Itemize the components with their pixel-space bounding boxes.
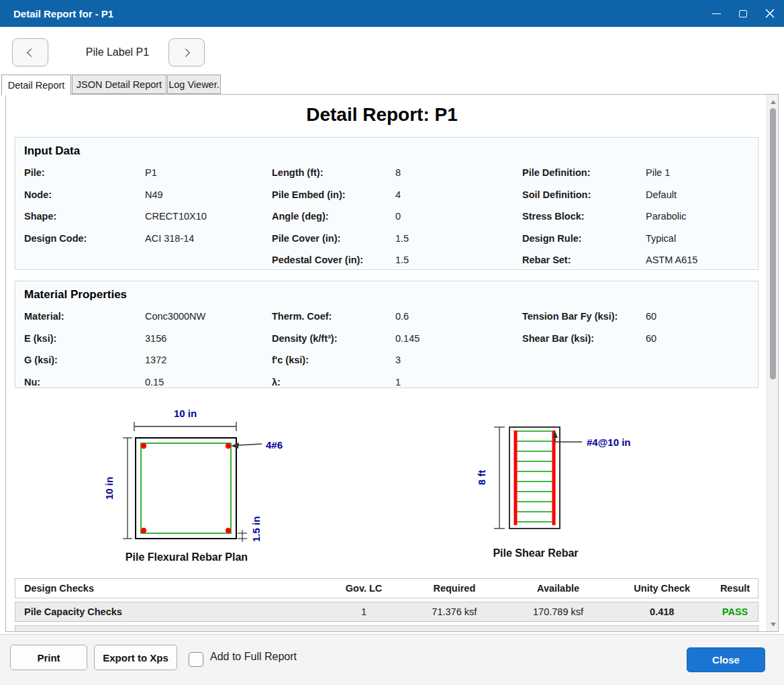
field-label: Shape: <box>24 205 145 228</box>
field-value: 8 <box>395 162 522 184</box>
field-label: Tension Bar Fy (ksi): <box>522 306 646 328</box>
rebar-callout-arrow <box>238 444 262 445</box>
tab-json-detail-report[interactable]: JSON Detail Report <box>72 75 166 94</box>
field-value: P1 <box>145 162 272 184</box>
field-value <box>646 349 758 371</box>
field-value: ACI 318-14 <box>145 228 272 250</box>
pile-label: Pile Label P1 <box>74 38 161 66</box>
arrow-down-icon <box>771 623 776 627</box>
result-badge: PASS <box>712 606 758 617</box>
table-row: Pile Capacity Checks 1 71.376 ksf 170.78… <box>15 602 758 622</box>
export-to-xps-button[interactable]: Export to Xps <box>94 645 177 670</box>
check-required: 71.376 ksf <box>404 606 505 617</box>
field-value: 60 <box>646 328 758 350</box>
header-design-checks: Design Checks <box>15 583 324 594</box>
field-label: Soil Definition: <box>522 184 646 206</box>
check-unity: 0.418 <box>611 606 712 617</box>
scroll-down-button[interactable] <box>767 619 779 630</box>
rebar-dot <box>141 443 146 449</box>
arrow-up-icon <box>771 100 776 104</box>
chevron-right-icon <box>181 48 190 57</box>
report-heading: Detail Report: P1 <box>6 104 758 126</box>
input-data-section: Input Data Pile:P1 Length (ft):8 Pile De… <box>15 137 758 270</box>
header-result: Result <box>712 583 758 594</box>
field-value: 1 <box>395 371 522 394</box>
field-value: 1372 <box>145 349 272 371</box>
close-window-button[interactable] <box>764 7 776 19</box>
check-gov-lc: 1 <box>324 606 404 617</box>
input-data-row: Pile:P1 Length (ft):8 Pile Definition:Pi… <box>24 162 758 184</box>
input-data-row: Shape:CRECT10X10 Angle (deg):0 Stress Bl… <box>24 205 758 228</box>
field-label: Density (k/ft³): <box>272 328 395 350</box>
field-label: Pedestal Cover (in): <box>272 249 395 271</box>
field-value: 0 <box>395 205 522 228</box>
field-value: 0.15 <box>145 371 272 394</box>
field-value: 4 <box>395 184 522 206</box>
maximize-button[interactable] <box>737 7 749 19</box>
field-label: λ: <box>272 371 395 394</box>
tab-detail-report[interactable]: Detail Report <box>1 75 71 95</box>
maximize-icon <box>739 10 747 17</box>
close-icon <box>765 9 775 18</box>
field-label <box>522 349 646 371</box>
close-button[interactable]: Close <box>687 647 765 672</box>
field-label: Length (ft): <box>272 162 395 184</box>
pile-section-outline <box>136 438 236 539</box>
prev-pile-button[interactable] <box>12 38 48 66</box>
report-viewport: Detail Report: P1 Input Data Pile:P1 Len… <box>5 94 779 632</box>
field-value: 3 <box>395 349 522 371</box>
field-value <box>145 249 272 271</box>
field-value: Default <box>646 184 758 206</box>
field-label: Pile Definition: <box>522 162 646 184</box>
header-available: Available <box>505 583 612 594</box>
field-label: Material: <box>24 306 145 328</box>
title-bar: Detail Report for - P1 <box>0 0 784 27</box>
chevron-left-icon <box>27 48 36 57</box>
height-dimension-label: 10 in <box>103 477 115 500</box>
window-title: Detail Report for - P1 <box>13 8 113 19</box>
field-value: 0.145 <box>395 328 522 350</box>
vertical-scrollbar[interactable] <box>767 95 778 631</box>
header-unity-check: Unity Check <box>611 583 712 594</box>
field-label: Therm. Coef: <box>272 306 395 328</box>
input-data-row: Node:N49 Pile Embed (in):4 Soil Definiti… <box>24 184 758 206</box>
field-label: f'c (ksi): <box>272 349 395 371</box>
input-data-title: Input Data <box>24 144 758 158</box>
diagram-caption: Pile Shear Rebar <box>493 547 578 559</box>
field-value: Parabolic <box>646 205 758 228</box>
diagram-caption: Pile Flexural Rebar Plan <box>126 551 248 563</box>
rebar-dot <box>141 528 146 533</box>
field-value: 1.5 <box>395 228 522 250</box>
field-value: Typical <box>646 228 758 250</box>
minimize-button[interactable] <box>710 7 722 19</box>
field-value <box>646 371 758 394</box>
cover-dimension-label: 1.5 in <box>250 516 262 542</box>
stirrup-callout-label: #4@10 in <box>587 437 631 448</box>
print-button[interactable]: Print <box>10 645 87 670</box>
field-value: ASTM A615 <box>646 249 758 271</box>
field-label: E (ksi): <box>24 328 145 350</box>
header-required: Required <box>404 583 505 594</box>
check-name: Pile Capacity Checks <box>15 606 324 617</box>
field-label: Pile Cover (in): <box>272 228 395 250</box>
field-value: N49 <box>145 184 272 206</box>
rebar-dot <box>226 528 231 533</box>
field-label: Stress Block: <box>522 205 646 228</box>
next-pile-button[interactable] <box>168 38 205 66</box>
input-data-row: Pedestal Cover (in):1.5 Rebar Set:ASTM A… <box>24 249 758 271</box>
add-to-full-report-checkbox[interactable] <box>189 652 203 667</box>
material-row: G (ksi):1372 f'c (ksi):3 <box>24 349 758 371</box>
field-label: Pile Embed (in): <box>272 184 395 206</box>
field-value: 0.6 <box>395 306 522 328</box>
width-dimension-label: 10 in <box>174 408 197 419</box>
tab-log-viewer[interactable]: Log Viewer. <box>167 75 221 94</box>
minimize-icon <box>712 13 721 14</box>
diagrams-row: 10 in 10 in 4#6 1.5 in Pile Flexural Reb… <box>6 400 758 574</box>
scroll-up-button[interactable] <box>767 96 779 107</box>
field-value: Pile 1 <box>646 162 758 184</box>
material-row: Material:Conc3000NW Therm. Coef:0.6 Tens… <box>24 306 758 328</box>
shear-rebar-diagram: 8 ft #4@10 in Pile Shear Rebar <box>463 400 685 574</box>
header-gov-lc: Gov. LC <box>324 583 404 594</box>
field-value: 1.5 <box>395 249 522 271</box>
scrollbar-thumb[interactable] <box>770 108 776 379</box>
